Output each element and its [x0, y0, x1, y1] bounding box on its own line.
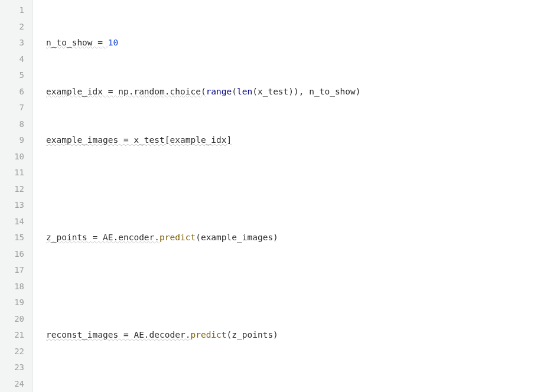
code-line: example_images = x_test[example_idx] — [46, 132, 537, 149]
line-number: 21 — [6, 327, 24, 344]
line-number: 20 — [6, 311, 24, 328]
line-number: 10 — [6, 149, 24, 165]
code-line: n_to_show = 10 — [46, 35, 537, 51]
line-number: 15 — [6, 230, 24, 246]
line-number: 16 — [6, 246, 24, 263]
line-number: 1 — [6, 2, 24, 19]
line-number: 5 — [6, 67, 24, 84]
code-line — [46, 279, 537, 295]
code-line — [46, 376, 537, 393]
line-number: 4 — [6, 51, 24, 68]
line-number: 13 — [6, 197, 24, 214]
line-number: 22 — [6, 344, 24, 360]
line-number: 11 — [6, 165, 24, 181]
line-number: 6 — [6, 84, 24, 100]
line-number: 3 — [6, 35, 24, 51]
code-editor[interactable]: n_to_show = 10 example_idx = np.random.c… — [33, 0, 537, 392]
line-number: 12 — [6, 181, 24, 198]
line-number: 24 — [6, 376, 24, 393]
code-line: example_idx = np.random.choice(range(len… — [46, 84, 537, 100]
line-number: 17 — [6, 262, 24, 279]
line-number: 9 — [6, 132, 24, 149]
line-number: 14 — [6, 214, 24, 230]
code-line: reconst_images = AE.decoder.predict(z_po… — [46, 327, 537, 344]
line-number: 19 — [6, 295, 24, 311]
line-number: 2 — [6, 19, 24, 35]
gutter: 1 2 3 4 5 6 7 8 9 10 11 12 13 14 15 16 1… — [0, 0, 33, 392]
line-number: 18 — [6, 279, 24, 295]
line-number: 23 — [6, 360, 24, 376]
line-number: 7 — [6, 100, 24, 116]
code-line — [46, 181, 537, 198]
line-number: 8 — [6, 116, 24, 133]
code-line: z_points = AE.encoder.predict(example_im… — [46, 230, 537, 246]
